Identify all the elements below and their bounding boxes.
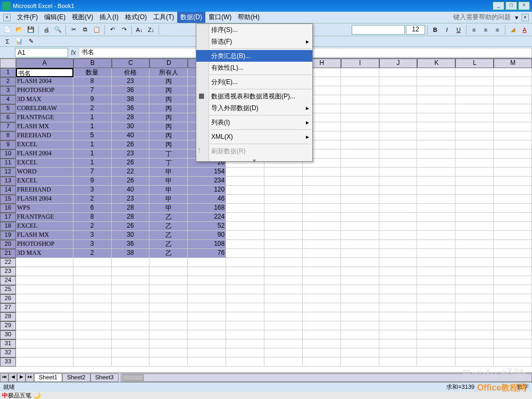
- cell[interactable]: 甲: [149, 168, 188, 177]
- menu-help[interactable]: 帮助(H): [235, 12, 263, 23]
- cell[interactable]: [226, 358, 264, 367]
- cell[interactable]: [264, 303, 303, 312]
- horizontal-scrollbar[interactable]: [121, 373, 532, 382]
- row-header[interactable]: 16: [0, 204, 16, 213]
- cell[interactable]: [379, 330, 418, 339]
- row-header[interactable]: 14: [0, 186, 16, 195]
- col-header-a[interactable]: A: [16, 59, 73, 68]
- cell[interactable]: [188, 312, 226, 321]
- cell[interactable]: [112, 358, 150, 367]
- cell[interactable]: [73, 267, 112, 276]
- cell[interactable]: EXCEL: [16, 159, 73, 168]
- cell[interactable]: [264, 195, 303, 204]
- cell[interactable]: [16, 276, 73, 285]
- cell[interactable]: 甲: [149, 186, 188, 195]
- autosum-icon[interactable]: Σ: [2, 36, 13, 47]
- cut-icon[interactable]: ✂: [68, 24, 79, 35]
- sheet-tab-1[interactable]: Sheet1: [34, 373, 62, 382]
- col-header-l[interactable]: L: [455, 59, 494, 68]
- cell[interactable]: 26: [112, 177, 150, 186]
- cell[interactable]: [112, 330, 150, 339]
- row-header[interactable]: 8: [0, 131, 16, 140]
- cell[interactable]: [188, 339, 226, 348]
- underline-icon[interactable]: U: [453, 24, 464, 35]
- cell[interactable]: [341, 122, 379, 131]
- cell[interactable]: [455, 231, 494, 240]
- cell[interactable]: [417, 195, 455, 204]
- menu-xml[interactable]: XML(X)▸: [196, 131, 312, 143]
- cell[interactable]: [226, 294, 264, 303]
- cell[interactable]: 所有人: [149, 68, 188, 77]
- cell[interactable]: [303, 177, 341, 186]
- cell[interactable]: [455, 131, 494, 140]
- align-left-icon[interactable]: ≡: [469, 24, 479, 35]
- row-header[interactable]: 17: [0, 213, 16, 222]
- cell[interactable]: [455, 294, 494, 303]
- cell[interactable]: [341, 285, 379, 294]
- minimize-button[interactable]: _: [493, 2, 504, 10]
- cell[interactable]: [149, 294, 188, 303]
- cell[interactable]: [226, 168, 264, 177]
- cell[interactable]: 3D MAX: [16, 249, 73, 258]
- cell[interactable]: [303, 258, 341, 267]
- cell[interactable]: [264, 312, 303, 321]
- cell[interactable]: [494, 348, 532, 358]
- cell[interactable]: [16, 312, 73, 321]
- cell[interactable]: [149, 339, 188, 348]
- cell[interactable]: PHOTOSHOP: [16, 86, 73, 95]
- cell[interactable]: [379, 258, 418, 267]
- font-size-select[interactable]: 12: [406, 25, 425, 35]
- cell[interactable]: [341, 86, 379, 95]
- cell[interactable]: [417, 177, 455, 186]
- col-header-b[interactable]: B: [73, 59, 112, 68]
- cell[interactable]: [379, 68, 418, 77]
- cell[interactable]: [417, 131, 455, 140]
- cell[interactable]: [303, 358, 341, 367]
- cell[interactable]: [341, 249, 379, 258]
- row-header[interactable]: 13: [0, 177, 16, 186]
- row-header[interactable]: 1: [0, 68, 16, 77]
- cell[interactable]: [341, 77, 379, 86]
- tab-nav-next-icon[interactable]: ▶: [17, 373, 26, 382]
- cell[interactable]: [341, 339, 379, 348]
- cell[interactable]: [303, 249, 341, 258]
- new-icon[interactable]: 📄: [2, 24, 13, 35]
- cell[interactable]: [226, 276, 264, 285]
- cell[interactable]: [494, 86, 532, 95]
- cell[interactable]: [303, 213, 341, 222]
- cell[interactable]: [417, 339, 455, 348]
- menu-list[interactable]: 列表(I)▸: [196, 117, 312, 128]
- cell[interactable]: [303, 285, 341, 294]
- font-select[interactable]: [352, 25, 405, 35]
- cell[interactable]: [379, 177, 418, 186]
- cell[interactable]: [379, 222, 418, 231]
- cell[interactable]: [341, 104, 379, 113]
- ime-moon-icon[interactable]: 🌙: [34, 392, 41, 399]
- cell[interactable]: 26: [112, 222, 150, 231]
- cell[interactable]: [341, 159, 379, 168]
- cell[interactable]: [494, 321, 532, 330]
- cell[interactable]: FRANTPAGE: [16, 113, 73, 122]
- cell[interactable]: [455, 358, 494, 367]
- cell[interactable]: [455, 122, 494, 131]
- cell[interactable]: [417, 267, 455, 276]
- row-header[interactable]: 31: [0, 339, 16, 348]
- cell[interactable]: [303, 330, 341, 339]
- cell[interactable]: [149, 267, 188, 276]
- cell[interactable]: FLASH 2004: [16, 149, 73, 159]
- cell[interactable]: [341, 303, 379, 312]
- cell[interactable]: 2: [73, 222, 112, 231]
- cell[interactable]: [149, 258, 188, 267]
- cell[interactable]: FLASH MX: [16, 122, 73, 131]
- cell[interactable]: 3: [73, 231, 112, 240]
- row-header[interactable]: 27: [0, 303, 16, 312]
- cell[interactable]: 8: [73, 77, 112, 86]
- cell[interactable]: [264, 285, 303, 294]
- cell[interactable]: [112, 312, 150, 321]
- menu-validation[interactable]: 有效性(L)...: [196, 62, 312, 73]
- cell[interactable]: [188, 285, 226, 294]
- cell[interactable]: 7: [73, 168, 112, 177]
- cell[interactable]: 3D MAX: [16, 95, 73, 104]
- cell[interactable]: [417, 222, 455, 231]
- cell[interactable]: [149, 321, 188, 330]
